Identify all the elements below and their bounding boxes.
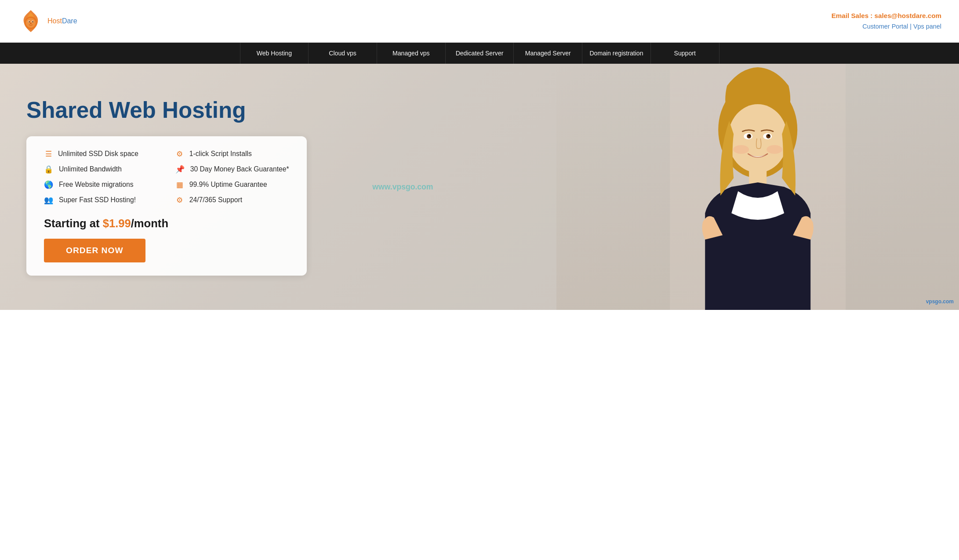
nav-item-cloud-vps[interactable]: Cloud vps (309, 43, 377, 64)
feature-migration: 🌎 Free Website migrations (44, 180, 158, 189)
site-header: HostDare Email Sales : sales@hostdare.co… (0, 0, 959, 43)
nav-item-dedicated-server[interactable]: Dedicated Server (446, 43, 514, 64)
pricing-prefix: Starting at (44, 217, 103, 229)
feature-money-back: 📌 30 Day Money Back Guarantee* (175, 165, 289, 174)
feature-support: ⚙ 24/7/365 Support (175, 196, 289, 205)
feature-money-back-text: 30 Day Money Back Guarantee* (190, 165, 289, 173)
price-value: $1.99 (103, 217, 131, 229)
svg-point-18 (733, 145, 749, 154)
svg-point-17 (768, 135, 770, 136)
nav-item-domain-registration[interactable]: Domain registration (582, 43, 651, 64)
svg-point-11 (728, 104, 788, 173)
feature-bandwidth-text: Unlimited Bandwidth (59, 165, 122, 173)
pricing-line: Starting at $1.99/month (44, 217, 289, 230)
header-contact: Email Sales : sales@hostdare.com Custome… (832, 11, 941, 31)
features-grid: ☰ Unlimited SSD Disk space ⚙ 1-click Scr… (44, 149, 289, 205)
script-icon: ⚙ (175, 149, 184, 159)
bottom-watermark: vpsgo.com (926, 298, 954, 305)
svg-point-19 (766, 145, 782, 154)
hero-woman-image (556, 64, 959, 310)
portal-links[interactable]: Customer Portal | Vps panel (832, 22, 941, 32)
email-sales: Email Sales : sales@hostdare.com (832, 11, 941, 21)
logo-dare: Dare (62, 17, 77, 25)
nav-item-managed-server[interactable]: Managed Server (514, 43, 582, 64)
nav-item-managed-vps[interactable]: Managed vps (377, 43, 446, 64)
pricing-suffix: /month (131, 217, 168, 229)
hero-section: www.vpsgo.com Shared Web Hosting ☰ Unlim… (0, 64, 959, 310)
feature-uptime-text: 99.9% Uptime Guarantee (189, 181, 267, 189)
feature-ssd-hosting: 👥 Super Fast SSD Hosting! (44, 196, 158, 205)
svg-point-7 (24, 16, 37, 29)
feature-uptime: ▦ 99.9% Uptime Guarantee (175, 180, 289, 189)
feature-migration-text: Free Website migrations (59, 181, 134, 189)
nav-item-support[interactable]: Support (651, 43, 719, 64)
nav-item-web-hosting[interactable]: Web Hosting (240, 43, 309, 64)
order-now-button[interactable]: ORDER NOW (44, 239, 145, 262)
main-nav: Web Hosting Cloud vps Managed vps Dedica… (0, 43, 959, 64)
money-back-icon: 📌 (175, 165, 185, 174)
woman-svg (556, 64, 959, 310)
ssd-icon: 👥 (44, 196, 54, 205)
feature-disk-space-text: Unlimited SSD Disk space (58, 150, 138, 158)
feature-disk-space: ☰ Unlimited SSD Disk space (44, 149, 158, 159)
bandwidth-icon: 🔒 (44, 165, 54, 174)
feature-script-installs: ⚙ 1-click Script Installs (175, 149, 289, 159)
hero-title: Shared Web Hosting (26, 98, 307, 123)
disk-space-icon: ☰ (44, 149, 53, 159)
feature-script-text: 1-click Script Installs (189, 150, 252, 158)
logo-icon (18, 8, 44, 34)
features-card: ☰ Unlimited SSD Disk space ⚙ 1-click Scr… (26, 136, 307, 276)
feature-bandwidth: 🔒 Unlimited Bandwidth (44, 165, 158, 174)
logo-area[interactable]: HostDare (18, 8, 77, 34)
svg-point-16 (748, 135, 750, 136)
migration-icon: 🌎 (44, 180, 54, 189)
logo-host: Host (47, 17, 62, 25)
feature-ssd-text: Super Fast SSD Hosting! (59, 196, 136, 204)
hero-content: Shared Web Hosting ☰ Unlimited SSD Disk … (0, 80, 333, 293)
feature-support-text: 24/7/365 Support (189, 196, 242, 204)
support-icon: ⚙ (175, 196, 184, 205)
uptime-icon: ▦ (175, 180, 184, 189)
